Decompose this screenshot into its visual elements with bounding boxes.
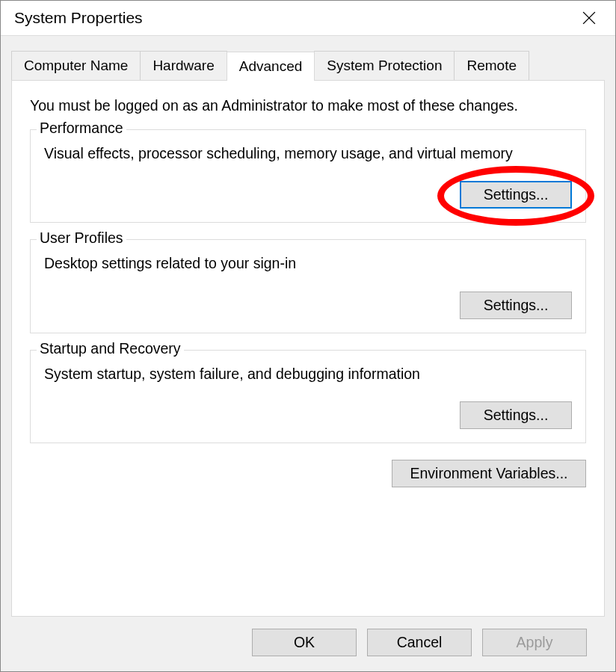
tab-hardware[interactable]: Hardware	[140, 51, 227, 80]
environment-variables-button[interactable]: Environment Variables...	[392, 460, 586, 487]
apply-button[interactable]: Apply	[482, 629, 587, 656]
env-vars-row: Environment Variables...	[30, 460, 586, 487]
client-area: Computer Name Hardware Advanced System P…	[1, 35, 615, 671]
performance-settings-button[interactable]: Settings...	[460, 181, 572, 209]
startup-recovery-button-row: Settings...	[44, 401, 572, 429]
startup-recovery-title: Startup and Recovery	[37, 340, 184, 357]
tab-strip: Computer Name Hardware Advanced System P…	[11, 51, 605, 80]
startup-recovery-group: Startup and Recovery System startup, sys…	[30, 350, 586, 443]
startup-recovery-settings-button[interactable]: Settings...	[460, 401, 572, 429]
user-profiles-title: User Profiles	[37, 229, 126, 247]
user-profiles-desc: Desktop settings related to your sign-in	[44, 253, 572, 273]
close-icon	[582, 11, 596, 25]
window-title: System Properties	[14, 9, 143, 27]
cancel-button[interactable]: Cancel	[367, 629, 472, 656]
user-profiles-group: User Profiles Desktop settings related t…	[30, 239, 586, 333]
startup-recovery-desc: System startup, system failure, and debu…	[44, 364, 572, 383]
tab-panel-advanced: You must be logged on as an Administrato…	[11, 80, 605, 617]
tab-computer-name[interactable]: Computer Name	[11, 51, 141, 80]
performance-group: Performance Visual effects, processor sc…	[30, 129, 586, 223]
performance-title: Performance	[37, 120, 126, 137]
dialog-footer: OK Cancel Apply	[11, 617, 605, 671]
title-bar: System Properties	[1, 1, 615, 35]
user-profiles-button-row: Settings...	[44, 292, 572, 319]
tab-advanced[interactable]: Advanced	[227, 52, 315, 81]
tab-remote[interactable]: Remote	[454, 51, 529, 80]
performance-desc: Visual effects, processor scheduling, me…	[44, 144, 572, 163]
close-button[interactable]	[572, 1, 606, 35]
performance-button-row: Settings...	[44, 181, 572, 209]
intro-text: You must be logged on as an Administrato…	[30, 97, 586, 114]
user-profiles-settings-button[interactable]: Settings...	[460, 292, 572, 319]
system-properties-dialog: System Properties Computer Name Hardware…	[0, 0, 616, 672]
tab-system-protection[interactable]: System Protection	[314, 51, 455, 80]
ok-button[interactable]: OK	[252, 629, 357, 656]
